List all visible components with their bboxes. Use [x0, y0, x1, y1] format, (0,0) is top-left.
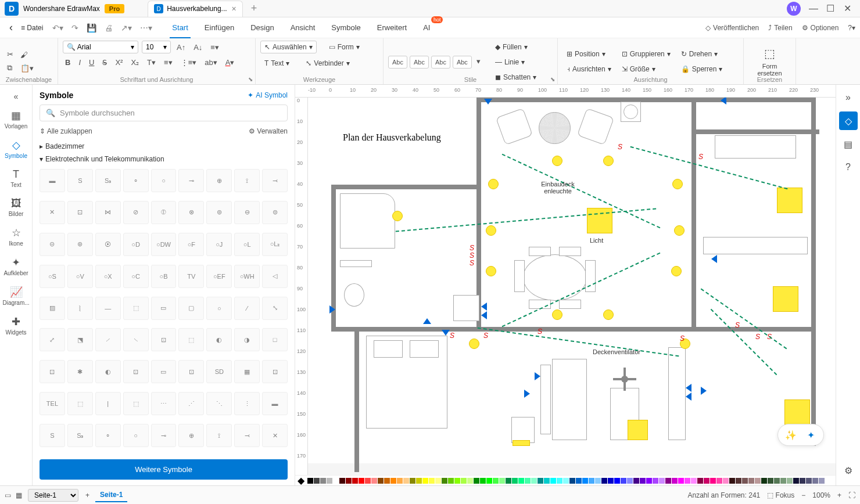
symbol-cell[interactable]: ◐ [95, 360, 121, 383]
symbol-cell[interactable]: ⊛ [67, 233, 93, 256]
sidebar-item-symbols[interactable]: ◇Symbole [0, 134, 32, 164]
publish-button[interactable]: ◇ Veröffentlichen [705, 24, 759, 32]
color-swatch[interactable] [467, 478, 473, 484]
symbol-cell[interactable]: ∕ [234, 297, 260, 320]
symbol-cell[interactable]: ○B [151, 265, 177, 288]
share-button[interactable]: ⤴ Teilen [768, 24, 792, 32]
color-swatch[interactable] [812, 478, 818, 484]
color-swatch[interactable] [538, 478, 543, 484]
color-swatch[interactable] [787, 478, 793, 484]
symbol-cell[interactable]: ⟋ [95, 328, 121, 351]
color-swatch[interactable] [525, 478, 531, 484]
color-swatch[interactable] [314, 478, 320, 484]
color-swatch[interactable] [320, 478, 326, 484]
color-swatch[interactable] [768, 478, 773, 484]
tab-advanced[interactable]: Erweitert [375, 20, 409, 35]
category-electrical[interactable]: ▾ Elektrotechnik und Telekommunikation [40, 153, 288, 165]
italic-icon[interactable]: I [76, 57, 83, 68]
line-button[interactable]: — Linie ▾ [491, 56, 540, 69]
fit-page-icon[interactable]: ⛶ [848, 491, 855, 499]
decrease-font-icon[interactable]: A↓ [191, 42, 205, 53]
color-swatch[interactable] [563, 478, 569, 484]
color-swatch[interactable] [474, 478, 479, 484]
select-tool[interactable]: ↖ Auswählen ▾ [260, 41, 317, 53]
symbol-cell[interactable]: ✕ [40, 201, 65, 224]
color-swatch[interactable] [371, 478, 377, 484]
style-preset-2[interactable]: Abc [410, 56, 429, 69]
symbol-cell[interactable]: ⟟ [234, 169, 260, 192]
symbol-search-input[interactable]: 🔍 Symbole durchsuchen [40, 105, 288, 121]
symbol-cell[interactable]: ⊡ [262, 360, 288, 383]
symbol-cell[interactable]: □ [262, 328, 288, 351]
color-swatch[interactable] [576, 478, 582, 484]
back-icon[interactable]: ‹ [5, 19, 17, 36]
category-bathroom[interactable]: ▸ Badezimmer [40, 140, 288, 153]
outline-icon[interactable]: ▦ [16, 491, 22, 499]
document-tab[interactable]: D Hausverkabelung... × [148, 1, 243, 17]
symbol-cell[interactable]: ⟍ [123, 328, 149, 351]
color-swatch[interactable] [307, 478, 313, 484]
color-swatch[interactable] [544, 478, 550, 484]
symbol-cell[interactable]: ⊕ [206, 169, 232, 192]
color-swatch[interactable] [685, 478, 690, 484]
fill-button[interactable]: ◆ Füllen ▾ [491, 41, 540, 53]
symbol-cell[interactable]: ▨ [40, 297, 65, 320]
collapse-sidebar-icon[interactable]: « [10, 88, 22, 105]
text-tool[interactable]: T Text ▾ [260, 57, 293, 70]
color-swatch[interactable] [742, 478, 748, 484]
symbol-cell[interactable]: ⤡ [262, 297, 288, 320]
style-preset-3[interactable]: Abc [431, 56, 450, 69]
color-swatch[interactable] [723, 478, 729, 484]
symbol-cell[interactable]: ○EF [206, 265, 232, 288]
color-swatch[interactable] [819, 478, 825, 484]
color-swatch[interactable] [646, 478, 652, 484]
styles-launcher-icon[interactable]: ⬊ [550, 76, 555, 82]
color-swatch[interactable] [729, 478, 735, 484]
group-button[interactable]: ⊡ Gruppieren ▾ [618, 48, 675, 60]
color-swatch[interactable] [365, 478, 371, 484]
eyedropper-icon[interactable]: ◆ [298, 475, 304, 486]
color-swatch[interactable] [653, 478, 658, 484]
color-swatch[interactable] [627, 478, 633, 484]
color-swatch[interactable] [608, 478, 614, 484]
color-swatch[interactable] [422, 478, 428, 484]
color-swatch[interactable] [736, 478, 741, 484]
color-swatch[interactable] [333, 478, 339, 484]
font-family-select[interactable]: 🔍 Arial▾ [63, 41, 138, 53]
paste-icon[interactable]: 📋▾ [18, 63, 36, 74]
file-menu[interactable]: ≡ Datei [17, 21, 46, 34]
symbol-cell[interactable]: ▦ [234, 360, 260, 383]
color-swatch[interactable] [359, 478, 364, 484]
symbol-cell[interactable]: ▭ [151, 360, 177, 383]
color-swatch[interactable] [716, 478, 722, 484]
symbol-cell[interactable]: ○DW [151, 233, 177, 256]
help-right-icon[interactable]: ? [839, 158, 858, 177]
color-swatch[interactable] [569, 478, 575, 484]
tab-close-icon[interactable]: × [232, 4, 236, 13]
tab-view[interactable]: Ansicht [288, 20, 318, 35]
symbol-cell[interactable]: ⋈ [95, 201, 121, 224]
symbol-cell[interactable]: ⦚ [67, 297, 93, 320]
help-button[interactable]: ?▾ [848, 24, 855, 32]
symbol-cell[interactable]: ✕ [262, 424, 288, 447]
symbol-cell[interactable]: ⊕ [178, 424, 204, 447]
style-preset-1[interactable]: Abc [388, 56, 407, 69]
symbol-cell[interactable]: ○L₂ [262, 233, 288, 256]
color-swatch[interactable] [774, 478, 780, 484]
color-swatch[interactable] [352, 478, 358, 484]
strikethrough-icon[interactable]: S̶ [100, 57, 109, 68]
symbol-cell[interactable]: ⬚ [67, 392, 93, 415]
color-swatch[interactable] [621, 478, 626, 484]
symbol-cell[interactable]: ⊖ [234, 201, 260, 224]
new-tab-button[interactable]: + [251, 2, 257, 15]
copy-icon[interactable]: ⧉ [5, 62, 16, 74]
more-icon[interactable]: ⋯▾ [140, 23, 152, 33]
color-swatch[interactable] [397, 478, 403, 484]
ai-spark-icon[interactable]: ✦ [802, 427, 819, 443]
color-swatch[interactable] [448, 478, 454, 484]
symbol-cell[interactable]: ⊡ [67, 201, 93, 224]
symbol-cell[interactable]: S [67, 169, 93, 192]
symbol-cell[interactable]: ⊸ [151, 424, 177, 447]
color-swatch[interactable] [780, 478, 786, 484]
ai-magic-icon[interactable]: ✨ [783, 427, 799, 443]
